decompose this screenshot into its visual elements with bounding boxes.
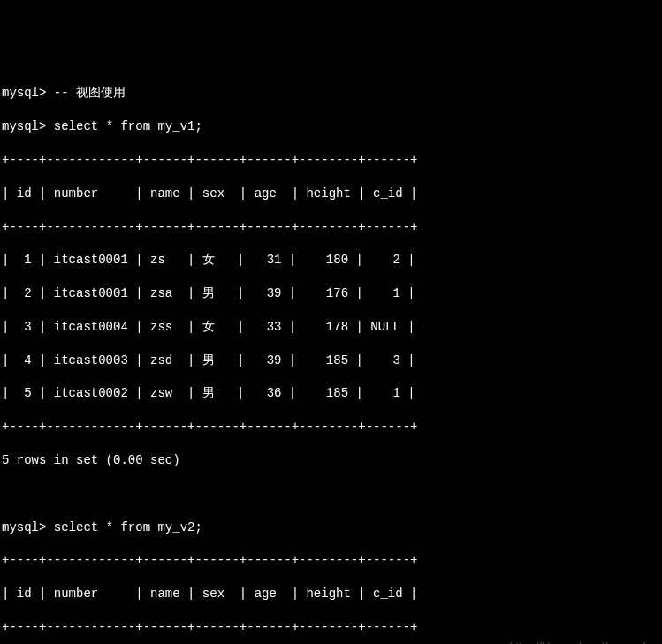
terminal-container: { "prompt": "mysql>", "comment": "-- 视图使… xyxy=(2,19,662,644)
result-1: 5 rows in set (0.00 sec) xyxy=(2,452,662,469)
table-sep: +----+------------+------+------+------+… xyxy=(2,219,662,236)
query-2: select * from my_v2; xyxy=(54,520,202,534)
table-row: | 3 | itcast0004 | zss | 女 | 33 | 178 | … xyxy=(2,319,662,336)
query-1: select * from my_v1; xyxy=(54,119,202,133)
table-row: | 5 | itcast0002 | zsw | 男 | 36 | 185 | … xyxy=(2,385,662,402)
query-line-2: mysql> select * from my_v2; xyxy=(2,519,662,536)
table-header: | id | number | name | sex | age | heigh… xyxy=(2,586,662,602)
table-row: | 4 | itcast0003 | zsd | 男 | 39 | 185 | … xyxy=(2,352,662,369)
table-sep: +----+------------+------+------+------+… xyxy=(2,419,662,436)
comment-text: -- 视图使用 xyxy=(54,86,126,100)
comment-line: mysql> -- 视图使用 xyxy=(2,85,662,102)
watermark-text: https://blog.csdn.net/aaaaaab_ xyxy=(510,640,655,644)
prompt: mysql> xyxy=(2,520,46,534)
table-row: | 1 | itcast0001 | zs | 女 | 31 | 180 | 2… xyxy=(2,252,662,269)
blank xyxy=(2,486,662,503)
table-sep: +----+------------+------+------+------+… xyxy=(2,552,662,569)
prompt: mysql> xyxy=(2,86,46,100)
table-row: | 2 | itcast0001 | zsa | 男 | 39 | 176 | … xyxy=(2,285,662,302)
table-sep: +----+------------+------+------+------+… xyxy=(2,152,662,169)
prompt: mysql> xyxy=(2,119,46,133)
table-sep: +----+------------+------+------+------+… xyxy=(2,619,662,636)
query-line-1: mysql> select * from my_v1; xyxy=(2,118,662,135)
table-header: | id | number | name | sex | age | heigh… xyxy=(2,186,662,202)
